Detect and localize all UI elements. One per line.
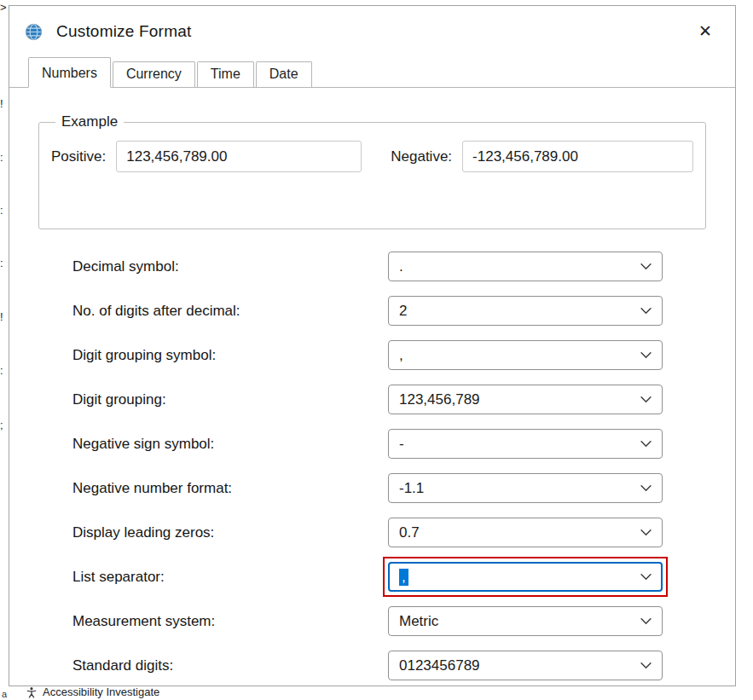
negative-label: Negative:: [391, 148, 452, 165]
taskbar-label: Accessibility Investigate: [43, 686, 159, 698]
positive-label: Positive:: [51, 148, 106, 165]
dialog-title: Customize Format: [56, 22, 191, 41]
measurement-system-combobox[interactable]: Metric: [388, 606, 663, 636]
negative-number-format-combobox[interactable]: -1.1: [388, 473, 663, 503]
tab-strip: Numbers Currency Time Date: [9, 57, 735, 88]
screen-edge-fragment: !: [0, 98, 8, 110]
negative-sign-symbol-label: Negative sign symbol:: [72, 436, 388, 453]
tab-currency[interactable]: Currency: [113, 61, 195, 87]
tab-numbers[interactable]: Numbers: [28, 57, 111, 88]
combobox-value: Metric: [399, 613, 438, 630]
combobox-value: -1.1: [399, 480, 424, 497]
digit-grouping-label: Digit grouping:: [72, 391, 388, 408]
example-legend: Example: [55, 113, 124, 130]
list-separator-label: List separator:: [72, 569, 388, 586]
form-row: Measurement system: Metric: [72, 606, 706, 636]
form-row: Decimal symbol: .: [72, 252, 706, 281]
screen-edge-fragment: :: [0, 205, 8, 217]
digits-after-decimal-combobox[interactable]: 2: [388, 296, 663, 326]
display-leading-zeros-label: Display leading zeros:: [72, 524, 388, 541]
digit-grouping-symbol-label: Digit grouping symbol:: [72, 347, 388, 364]
display-leading-zeros-combobox[interactable]: 0.7: [388, 518, 663, 547]
titlebar: Customize Format ✕: [9, 6, 735, 57]
chevron-down-icon: [640, 529, 652, 536]
combobox-value: -: [399, 436, 404, 453]
screen-edge-fragment: ;: [0, 419, 8, 431]
accessibility-icon: [26, 686, 38, 698]
example-groupbox: Example Positive: 123,456,789.00 Negativ…: [38, 113, 706, 229]
tab-date[interactable]: Date: [256, 61, 312, 87]
digit-grouping-symbol-combobox[interactable]: ,: [388, 340, 663, 370]
chevron-down-icon: [640, 396, 652, 403]
form-row: Negative number format: -1.1: [72, 473, 706, 503]
screen-edge-fragment: :: [0, 257, 8, 269]
screen-edge-fragment: :: [0, 152, 8, 164]
form-row: List separator: ,: [72, 562, 706, 592]
negative-number-format-label: Negative number format:: [72, 480, 388, 497]
negative-sign-symbol-combobox[interactable]: -: [388, 429, 663, 459]
form-row: Display leading zeros: 0.7: [72, 518, 706, 547]
taskbar-fragment: Accessibility Investigate: [26, 686, 159, 698]
combobox-value-selected: ,: [399, 569, 408, 586]
example-row: Positive: 123,456,789.00 Negative: -123,…: [51, 141, 693, 172]
combobox-value: .: [399, 258, 403, 275]
measurement-system-label: Measurement system:: [72, 613, 388, 630]
chevron-down-icon: [640, 351, 652, 359]
chevron-down-icon: [640, 573, 652, 581]
screen: > ! : : : ! : ; a Customize Format ✕ Num…: [0, 0, 753, 700]
chevron-down-icon: [640, 307, 652, 315]
chevron-down-icon: [640, 484, 652, 492]
screen-edge-fragment: !: [0, 311, 8, 323]
form-row: Digit grouping: 123,456,789: [72, 385, 706, 414]
screen-edge-fragment: :: [0, 365, 8, 377]
annotation-highlight-box: ,: [383, 557, 668, 597]
form-row: No. of digits after decimal: 2: [72, 296, 706, 326]
negative-example-field: -123,456,789.00: [462, 141, 693, 172]
combobox-value: ,: [399, 347, 403, 364]
combobox-value: 0.7: [399, 524, 420, 541]
standard-digits-label: Standard digits:: [72, 657, 388, 674]
close-button[interactable]: ✕: [691, 17, 720, 46]
tab-time[interactable]: Time: [197, 61, 254, 87]
decimal-symbol-combobox[interactable]: .: [388, 252, 663, 281]
globe-icon: [25, 23, 43, 41]
standard-digits-combobox[interactable]: 0123456789: [388, 651, 663, 680]
number-format-form: Decimal symbol: . No. of digits after de…: [72, 252, 706, 680]
decimal-symbol-label: Decimal symbol:: [72, 258, 388, 275]
combobox-value: 123,456,789: [399, 391, 480, 408]
combobox-value: 2: [399, 303, 407, 320]
customize-format-dialog: Customize Format ✕ Numbers Currency Time…: [9, 5, 736, 686]
combobox-value: 0123456789: [399, 657, 480, 674]
digit-grouping-combobox[interactable]: 123,456,789: [388, 385, 663, 414]
screen-edge-fragment: >: [0, 2, 8, 14]
list-separator-combobox[interactable]: ,: [388, 562, 663, 592]
chevron-down-icon: [640, 440, 652, 448]
form-row: Standard digits: 0123456789: [72, 651, 706, 680]
chevron-down-icon: [640, 662, 652, 669]
digits-after-decimal-label: No. of digits after decimal:: [72, 303, 388, 320]
form-row: Digit grouping symbol: ,: [72, 340, 706, 370]
screen-corner-fragment: a: [2, 689, 7, 699]
form-row: Negative sign symbol: -: [72, 429, 706, 459]
positive-example-field: 123,456,789.00: [116, 141, 362, 172]
chevron-down-icon: [640, 263, 652, 270]
chevron-down-icon: [640, 617, 652, 625]
